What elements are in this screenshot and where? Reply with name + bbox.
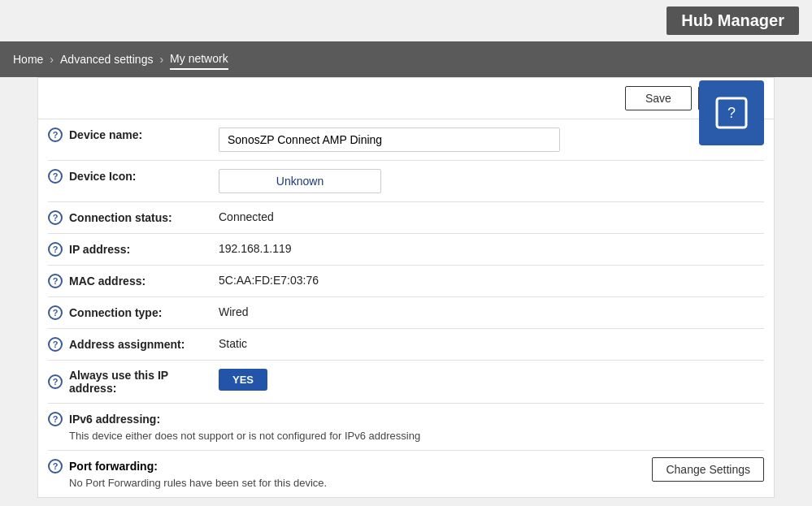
device-icon-value: Unknown: [219, 169, 764, 193]
always-use-ip-row: ? Always use this IP address: YES: [48, 361, 764, 404]
connection-status-help-icon[interactable]: ?: [48, 210, 63, 225]
always-use-ip-value: YES: [219, 369, 764, 391]
device-icon-panel[interactable]: ?: [699, 80, 764, 145]
breadcrumb-advanced[interactable]: Advanced settings: [60, 50, 153, 69]
mac-address-value: 5C:AA:FD:E7:03:76: [219, 274, 764, 287]
change-settings-button[interactable]: Change Settings: [652, 457, 764, 482]
ipv6-description: This device either does not support or i…: [69, 430, 764, 442]
unknown-button[interactable]: Unknown: [219, 169, 381, 193]
connection-status-value: Connected: [219, 210, 764, 223]
address-assignment-value: Static: [219, 337, 764, 350]
connection-type-row: ? Connection type: Wired: [48, 297, 764, 329]
form-section: ? Device name: ? ? Device Icon: Unknown: [38, 119, 774, 497]
device-icon-label: ? Device Icon:: [48, 169, 219, 184]
save-button[interactable]: Save: [625, 86, 692, 110]
breadcrumb-bar: Home › Advanced settings › My network: [0, 41, 812, 77]
connection-status-row: ? Connection status: Connected: [48, 202, 764, 234]
svg-text:?: ?: [727, 105, 736, 121]
always-use-ip-label: ? Always use this IP address:: [48, 369, 219, 395]
breadcrumb-sep-1: ›: [50, 53, 54, 66]
breadcrumb-sep-2: ›: [159, 53, 163, 66]
always-use-ip-help-icon[interactable]: ?: [48, 374, 63, 389]
device-icon-help-icon[interactable]: ?: [48, 169, 63, 184]
ipv6-help-icon[interactable]: ?: [48, 412, 63, 426]
ip-address-label: ? IP address:: [48, 242, 219, 257]
device-name-row: ? Device name: ?: [48, 119, 764, 161]
mac-address-help-icon[interactable]: ?: [48, 274, 63, 288]
breadcrumb-mynetwork[interactable]: My network: [170, 49, 228, 70]
connection-type-label: ? Connection type:: [48, 305, 219, 320]
connection-type-value: Wired: [219, 305, 764, 318]
always-use-ip-toggle[interactable]: YES: [219, 369, 267, 391]
device-name-input[interactable]: [219, 128, 560, 152]
ip-address-value: 192.168.1.119: [219, 242, 764, 255]
address-assignment-row: ? Address assignment: Static: [48, 329, 764, 361]
device-name-label: ? Device name:: [48, 128, 219, 142]
mac-address-label: ? MAC address:: [48, 274, 219, 288]
address-assignment-help-icon[interactable]: ?: [48, 337, 63, 352]
mac-address-row: ? MAC address: 5C:AA:FD:E7:03:76: [48, 266, 764, 297]
main-content: Save Back ? Device name: ? ?: [37, 77, 775, 498]
port-forwarding-row: ? Port forwarding: No Port Forwarding ru…: [48, 451, 764, 497]
port-forwarding-label: Port forwarding:: [69, 460, 158, 473]
port-forwarding-help-icon[interactable]: ?: [48, 459, 63, 474]
connection-status-label: ? Connection status:: [48, 210, 219, 225]
device-icon-row: ? Device Icon: Unknown: [48, 161, 764, 202]
toolbar: Save Back: [38, 78, 774, 119]
device-name-value: [219, 128, 764, 152]
ip-address-row: ? IP address: 192.168.1.119: [48, 234, 764, 266]
top-bar: Hub Manager: [0, 0, 812, 41]
breadcrumb-home[interactable]: Home: [13, 50, 43, 69]
app-title: Hub Manager: [667, 6, 799, 35]
ip-address-help-icon[interactable]: ?: [48, 242, 63, 257]
ipv6-row: ? IPv6 addressing: This device either do…: [48, 404, 764, 451]
ipv6-label: ? IPv6 addressing:: [48, 412, 764, 426]
connection-type-help-icon[interactable]: ?: [48, 305, 63, 320]
device-icon-svg: ?: [714, 95, 749, 131]
address-assignment-label: ? Address assignment:: [48, 337, 219, 352]
device-name-help-icon[interactable]: ?: [48, 128, 63, 142]
